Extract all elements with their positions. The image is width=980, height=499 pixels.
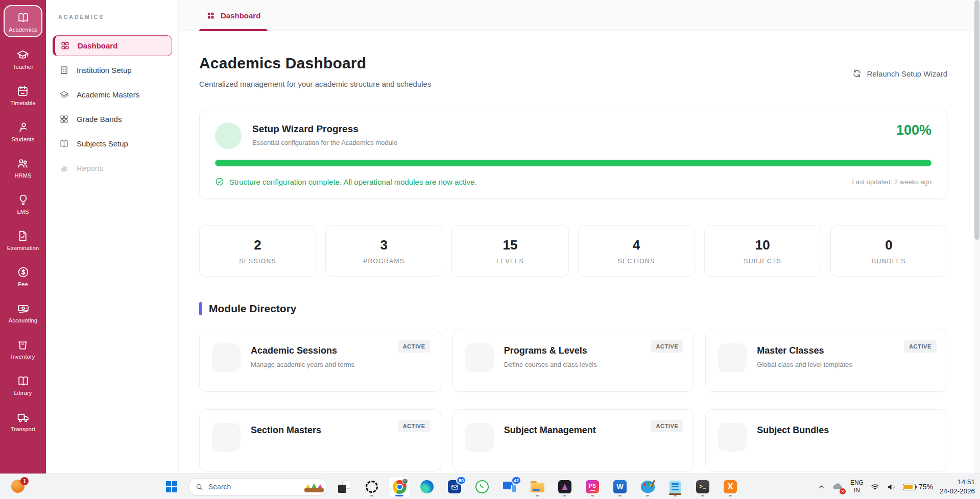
module-card-title: Programs & Levels <box>504 345 597 356</box>
wizard-subtitle: Essential configuration for the Academic… <box>252 139 397 146</box>
stat-card-levels[interactable]: 15 LEVELS <box>451 226 568 277</box>
stat-card-sections[interactable]: 4 SECTIONS <box>578 226 695 277</box>
sidebar-item-label: Dashboard <box>78 41 117 50</box>
sidebar-item-academic-masters[interactable]: Academic Masters <box>53 84 172 105</box>
grid-icon <box>206 11 215 20</box>
rail-label: Accounting <box>9 317 37 323</box>
module-card-subject-bundles[interactable]: Subject Bundles <box>705 409 947 471</box>
task-view-icon <box>338 481 350 493</box>
wizard-progress-bar <box>215 160 931 166</box>
heading-accent-bar <box>199 302 202 315</box>
relaunch-setup-wizard-button[interactable]: Relaunch Setup Wizard <box>852 69 947 78</box>
language-indicator[interactable]: ENG IN <box>850 479 864 494</box>
module-card-title: Subject Bundles <box>757 425 829 436</box>
sidebar-item-label: Grade Bands <box>77 115 122 123</box>
stat-value: 10 <box>755 237 770 253</box>
book-open-icon <box>59 139 69 148</box>
sidebar-item-subjects-setup[interactable]: Subjects Setup <box>53 133 172 154</box>
module-icon-placeholder <box>465 343 494 372</box>
terminal-app-button[interactable]: >_ <box>692 477 713 497</box>
rail-item-fee[interactable]: Fee <box>17 266 30 287</box>
sidebar-item-grade-bands[interactable]: Grade Bands <box>53 109 172 130</box>
rail-label: Examination <box>7 245 39 251</box>
dark-a-app-button[interactable] <box>555 477 575 497</box>
stat-card-sessions[interactable]: 2 SESSIONS <box>199 226 316 277</box>
language-line1: ENG <box>850 479 864 487</box>
xampp-app-button[interactable]: X <box>720 477 740 497</box>
running-indicator <box>618 495 622 496</box>
document-check-icon <box>16 230 29 242</box>
module-icon-placeholder <box>465 423 494 452</box>
running-indicator <box>729 495 732 496</box>
tray-time: 14:51 <box>940 478 975 487</box>
vertical-scrollbar[interactable] <box>974 0 980 473</box>
rail-item-timetable[interactable]: Timetable <box>10 85 36 106</box>
rail-item-teacher[interactable]: Teacher <box>13 48 34 70</box>
notepad-app-button[interactable] <box>665 477 685 497</box>
taskbar-notification-icon[interactable]: 1 <box>11 480 26 494</box>
mail-badge: 80 <box>456 476 466 485</box>
wizard-status: Structure configuration complete. All op… <box>215 177 476 186</box>
rail-item-students[interactable]: Students <box>11 121 34 142</box>
rail-item-transport[interactable]: Transport <box>11 411 35 432</box>
edge-app-button[interactable] <box>417 477 437 497</box>
file-explorer-button[interactable] <box>527 477 547 497</box>
sidebar-item-dashboard[interactable]: Dashboard <box>53 35 172 56</box>
module-card-academic-sessions[interactable]: Academic Sessions Manage academic years … <box>199 330 441 392</box>
module-card-programs-levels[interactable]: Programs & Levels Define courses and cla… <box>452 330 695 392</box>
running-indicator <box>536 495 539 496</box>
status-badge: ACTIVE <box>398 340 431 353</box>
start-button[interactable] <box>161 477 182 497</box>
module-card-master-classes[interactable]: Master Classes Global class and level te… <box>705 330 947 392</box>
gradient-a-icon <box>558 480 571 493</box>
mail-app-button[interactable]: 80 <box>444 477 465 497</box>
rail-item-hrms[interactable]: HRMS <box>14 157 31 179</box>
stats-row: 2 SESSIONS 3 PROGRAMS 15 LEVELS 4 SECTIO… <box>199 226 947 277</box>
paint-app-button[interactable] <box>637 477 658 497</box>
rail-item-inventory[interactable]: Inventory <box>11 338 35 360</box>
wifi-icon[interactable] <box>870 482 880 492</box>
stat-card-bundles[interactable]: 0 BUNDLES <box>830 226 947 277</box>
tab-bar: Dashboard <box>179 0 974 31</box>
xampp-icon: X <box>724 480 737 493</box>
rail-item-lms[interactable]: LMS <box>17 193 30 215</box>
module-directory-heading: Module Directory <box>199 302 947 315</box>
chrome-app-button[interactable] <box>389 477 410 497</box>
battery-indicator[interactable]: 75% <box>903 483 933 491</box>
module-card-subject-management[interactable]: Subject Management ACTIVE <box>452 409 695 471</box>
system-tray: × ENG IN 75% 14:51 24-02-2026 <box>818 474 975 499</box>
taskbar-clock[interactable]: 14:51 24-02-2026 <box>940 478 975 496</box>
search-daily-image[interactable] <box>303 480 325 494</box>
stat-card-programs[interactable]: 3 PROGRAMS <box>325 226 442 277</box>
tray-chevron-up-icon[interactable] <box>818 484 825 490</box>
rail-label: Fee <box>18 281 28 287</box>
box-icon <box>16 338 29 351</box>
sidebar-section-title: ACADEMICS <box>58 14 178 20</box>
phpstorm-app-button[interactable]: PS <box>582 477 603 497</box>
module-card-section-masters[interactable]: Section Masters ACTIVE <box>199 409 441 471</box>
word-app-button[interactable]: W <box>610 477 630 497</box>
module-grid: Academic Sessions Manage academic years … <box>199 330 947 471</box>
running-indicator <box>370 495 373 496</box>
taskbar-search-box[interactable]: Search <box>188 478 327 495</box>
stat-card-subjects[interactable]: 10 SUBJECTS <box>704 226 821 277</box>
dashboard-content: Academics Dashboard Centralized manageme… <box>179 55 974 471</box>
onedrive-error-icon[interactable]: × <box>831 481 844 493</box>
tab-dashboard[interactable]: Dashboard <box>199 11 268 31</box>
speaker-icon[interactable] <box>887 482 896 492</box>
sidebar-item-reports[interactable]: Reports <box>53 158 172 179</box>
devices-app-button[interactable]: 42 <box>499 477 520 497</box>
sidebar-nav: Dashboard Institution Setup Academic Mas… <box>46 35 178 179</box>
page-subtitle: Centralized management for your academic… <box>199 80 431 88</box>
rail-item-accounting[interactable]: Accounting <box>9 302 37 323</box>
rail-label: LMS <box>17 209 29 215</box>
task-view-button[interactable] <box>334 477 354 497</box>
tray-date: 24-02-2026 <box>940 487 975 496</box>
rail-item-academics[interactable]: Academics <box>4 5 42 37</box>
whatsapp-app-button[interactable] <box>472 477 492 497</box>
rail-item-examination[interactable]: Examination <box>7 230 39 251</box>
chatgpt-app-button[interactable] <box>362 477 382 497</box>
scrollbar-thumb[interactable] <box>974 0 979 240</box>
sidebar-item-institution-setup[interactable]: Institution Setup <box>53 60 172 81</box>
rail-item-library[interactable]: Library <box>14 375 32 396</box>
